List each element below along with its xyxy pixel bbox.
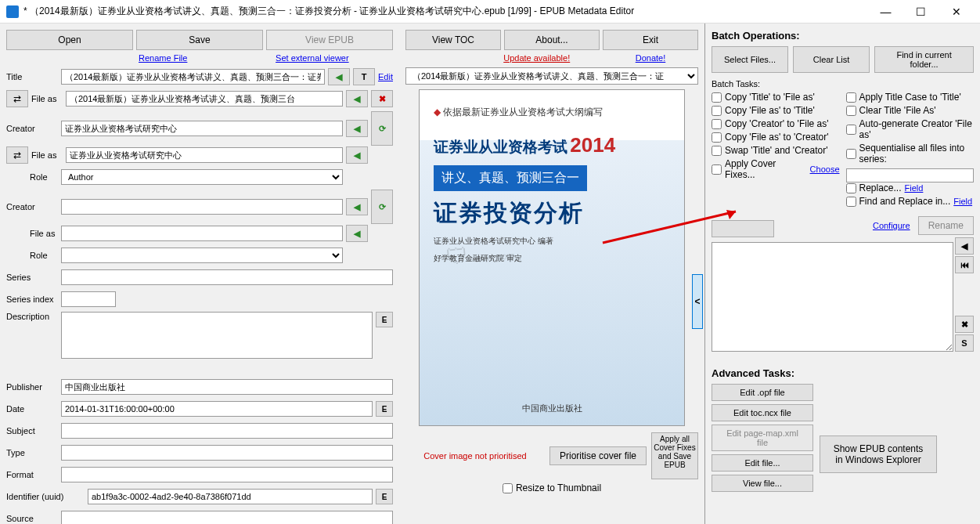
text-left-button[interactable]: ◀	[955, 237, 974, 255]
save-button[interactable]: Save	[136, 30, 263, 50]
clear-list-button[interactable]: Clear List	[793, 46, 870, 73]
fileas3-copy-button[interactable]: ◀	[346, 225, 368, 242]
close-button[interactable]: ✕	[939, 0, 974, 23]
title-label: Title	[6, 72, 58, 81]
identifier-input[interactable]	[88, 489, 373, 504]
fileas2-input[interactable]	[66, 147, 343, 163]
show-explorer-button[interactable]: Show EPUB contents in Windows Explorer	[820, 435, 937, 473]
edit-file-button[interactable]: Edit file...	[712, 454, 813, 472]
window-title: * （2014最新版）证券业从业资格考试讲义、真题、预测三合一：证券投资分析 -…	[23, 5, 868, 18]
source-input[interactable]	[61, 511, 393, 524]
identifier-e-button[interactable]: E	[376, 489, 393, 504]
find-folder-button[interactable]: Find in current folder...	[874, 46, 974, 73]
creator2-input[interactable]	[61, 199, 343, 215]
chk-swap-title-creator[interactable]	[712, 146, 722, 156]
fileas1-input[interactable]	[66, 91, 343, 107]
subject-label: Subject	[6, 426, 58, 435]
title-t-button[interactable]: T	[353, 68, 375, 85]
description-input[interactable]	[61, 312, 373, 359]
findreplace-field-link[interactable]: Field	[953, 197, 972, 206]
subject-input[interactable]	[61, 423, 393, 439]
select-files-button[interactable]: Select Files...	[712, 46, 788, 73]
role2-select[interactable]	[61, 248, 343, 263]
description-e-button[interactable]: E	[376, 312, 393, 327]
role-select[interactable]: Author	[61, 169, 343, 185]
set-viewer-link[interactable]: Set external viewer	[276, 53, 349, 63]
edit-opf-button[interactable]: Edit .opf file	[712, 384, 813, 401]
series-input[interactable]	[61, 269, 393, 285]
chk-sequentialise[interactable]	[846, 149, 856, 159]
edit-toc-button[interactable]: Edit toc.ncx file	[712, 404, 813, 421]
creator2-refresh-button[interactable]: ⟳	[371, 190, 393, 224]
title-copy-button[interactable]: ◀	[328, 68, 350, 85]
edit-pagemap-button[interactable]: Edit page-map.xml file	[712, 425, 813, 451]
batch-textarea[interactable]	[712, 242, 953, 352]
title-input[interactable]	[61, 69, 325, 85]
description-label: Description	[6, 312, 58, 321]
fileas2-copy-button[interactable]: ◀	[346, 146, 368, 164]
role-label: Role	[30, 172, 58, 182]
cover-dropdown[interactable]: （2014最新版）证券业从业资格考试讲义、真题、预测三合一：证	[405, 67, 698, 85]
date-label: Date	[6, 404, 58, 414]
app-icon	[6, 5, 19, 18]
view-toc-button[interactable]: View TOC	[405, 30, 501, 50]
publisher-label: Publisher	[6, 382, 58, 392]
rename-file-link[interactable]: Rename File	[139, 53, 187, 63]
apply-all-cover-button[interactable]: Apply all Cover Fixes and Save EPUB	[651, 432, 698, 479]
creator-copy-button[interactable]: ◀	[346, 120, 368, 137]
minimize-button[interactable]: —	[868, 0, 903, 23]
format-input[interactable]	[61, 467, 393, 482]
chk-replace[interactable]	[846, 183, 856, 193]
resize-checkbox[interactable]	[503, 483, 513, 493]
identifier-label: Identifier (uuid)	[6, 492, 85, 501]
fileas1-copy-button[interactable]: ◀	[346, 90, 368, 107]
replace-field-link[interactable]: Field	[905, 183, 924, 193]
open-button[interactable]: Open	[6, 30, 133, 50]
chk-clear-title-fileas[interactable]	[846, 106, 856, 116]
about-button[interactable]: About...	[504, 30, 600, 50]
creator2-copy-button[interactable]: ◀	[346, 198, 368, 215]
type-input[interactable]	[61, 445, 393, 461]
rename-button[interactable]: Rename	[918, 216, 974, 235]
series-batch-input[interactable]	[846, 168, 975, 182]
creator-label: Creator	[6, 124, 58, 133]
update-link[interactable]: Update available!	[503, 53, 570, 63]
date-e-button[interactable]: E	[376, 401, 393, 417]
swap-creator-button[interactable]: ⇄	[6, 146, 28, 164]
chk-apply-cover-fixes[interactable]	[712, 164, 722, 175]
chk-find-replace[interactable]	[846, 197, 856, 207]
view-epub-button[interactable]: View EPUB	[266, 30, 393, 50]
chk-autogen-creator[interactable]	[846, 125, 856, 135]
series-index-input[interactable]	[61, 291, 116, 307]
chk-copy-fileas-creator[interactable]	[712, 132, 722, 143]
fileas1-delete-button[interactable]: ✖	[371, 90, 393, 107]
nav-left-button[interactable]: <	[692, 274, 703, 329]
text-delete-button[interactable]: ✖	[955, 316, 974, 333]
fileas2-label: File as	[31, 150, 63, 160]
fileas1-label: File as	[31, 94, 63, 103]
text-left-all-button[interactable]: ⏮	[955, 256, 974, 273]
watermark: 🛡 anxz.com	[445, 238, 516, 269]
text-s-button[interactable]: S	[955, 334, 974, 352]
fileas3-input[interactable]	[61, 226, 343, 241]
series-index-label: Series index	[6, 295, 58, 304]
swap-title-button[interactable]: ⇄	[6, 90, 28, 107]
title-edit-link[interactable]: Edit	[378, 72, 393, 81]
donate-link[interactable]: Donate!	[636, 53, 666, 63]
chk-title-case[interactable]	[846, 92, 856, 103]
configure-link[interactable]: Configure	[873, 221, 910, 230]
chk-copy-title-fileas[interactable]	[712, 92, 722, 103]
chk-copy-creator-fileas[interactable]	[712, 119, 722, 129]
go-button[interactable]	[712, 220, 774, 237]
maximize-button[interactable]: ☐	[903, 0, 939, 23]
creator-input[interactable]	[61, 121, 343, 136]
publisher-input[interactable]	[61, 379, 393, 395]
choose-link[interactable]: Choose	[810, 164, 840, 174]
source-label: Source	[6, 514, 58, 523]
exit-button[interactable]: Exit	[603, 30, 698, 50]
date-input[interactable]	[61, 401, 373, 417]
chk-copy-fileas-title[interactable]	[712, 106, 722, 116]
creator-refresh-button[interactable]: ⟳	[371, 111, 393, 146]
view-file-button[interactable]: View file...	[712, 475, 813, 492]
prioritise-button[interactable]: Prioritise cover file	[549, 446, 647, 465]
